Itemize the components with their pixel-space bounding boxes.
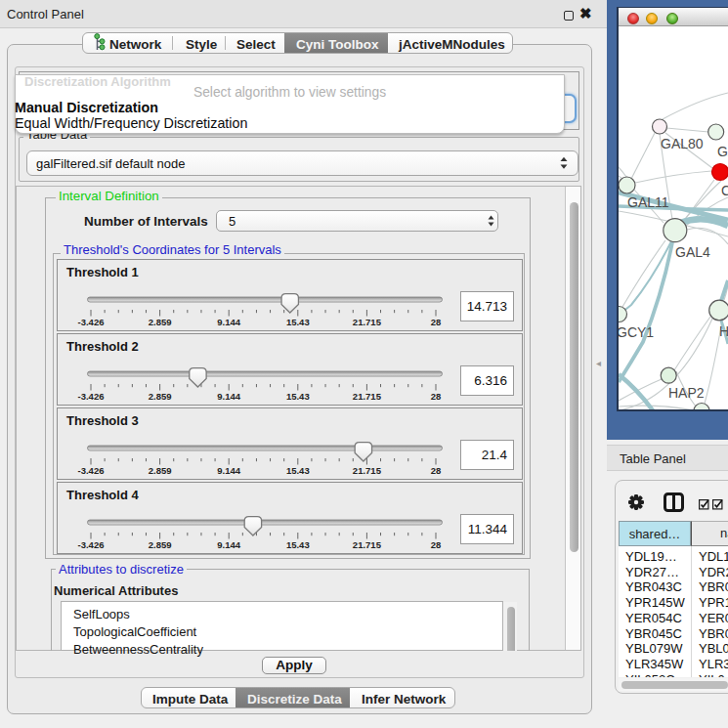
svg-text:9.144: 9.144: [217, 539, 240, 550]
svg-text:9.144: 9.144: [217, 391, 240, 402]
svg-text:GAL80: GAL80: [661, 136, 704, 151]
svg-text:21.715: 21.715: [353, 465, 382, 476]
svg-text:-3.426: -3.426: [78, 317, 105, 327]
svg-text:H: H: [719, 323, 728, 339]
svg-text:2.859: 2.859: [149, 391, 172, 402]
svg-text:15.43: 15.43: [286, 317, 310, 327]
svg-text:21.715: 21.715: [353, 391, 382, 402]
svg-text:-3.426: -3.426: [78, 391, 105, 402]
svg-text:2.859: 2.859: [149, 539, 172, 550]
svg-text:GA: GA: [717, 144, 728, 159]
svg-text:15.43: 15.43: [286, 391, 310, 402]
svg-text:9.144: 9.144: [217, 465, 240, 476]
svg-text:GAL4: GAL4: [675, 244, 710, 260]
svg-text:28: 28: [431, 465, 442, 476]
svg-text:-3.426: -3.426: [78, 465, 105, 476]
svg-text:-3.426: -3.426: [78, 539, 105, 550]
svg-text:28: 28: [431, 539, 442, 550]
svg-text:28: 28: [431, 391, 442, 402]
svg-text:15.43: 15.43: [286, 465, 310, 476]
svg-text:GAL11: GAL11: [627, 194, 669, 210]
svg-text:9.144: 9.144: [217, 317, 240, 327]
svg-text:GCY1: GCY1: [619, 324, 654, 340]
svg-text:21.715: 21.715: [353, 539, 382, 550]
svg-text:21.715: 21.715: [353, 317, 382, 327]
svg-text:28: 28: [431, 317, 442, 327]
svg-text:2.859: 2.859: [149, 465, 172, 476]
svg-text:HAP2: HAP2: [668, 385, 705, 401]
svg-text:2.859: 2.859: [149, 317, 172, 327]
svg-text:C: C: [721, 183, 728, 198]
svg-text:15.43: 15.43: [286, 539, 310, 550]
